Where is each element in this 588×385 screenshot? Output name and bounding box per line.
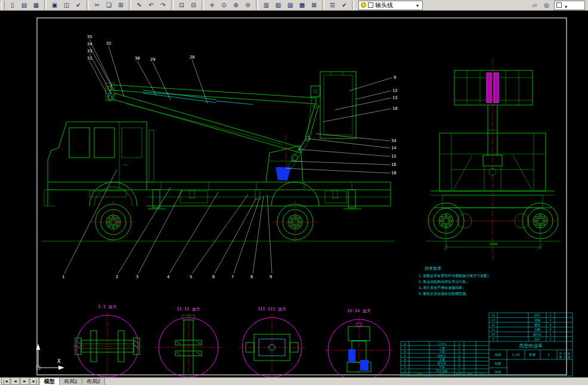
title-block: 高空作业车 比例 1:10 数量 1 共 1 张 第 1 张 制图 审核 <box>401 313 572 376</box>
detail-views[interactable]: I-I 放大 II-II 放大 III-III 放大 IV-IV 放大 <box>72 304 394 377</box>
cut-icon[interactable]: ✂ <box>91 0 103 10</box>
callout-label: 33 <box>87 49 92 54</box>
qty-value: 1 <box>547 353 549 356</box>
callout-label: 3 <box>136 275 138 279</box>
tab-next-button[interactable]: ► <box>20 377 29 385</box>
tab-model[interactable]: 模型 <box>39 377 60 385</box>
title-block-text: 备注 <box>479 372 485 376</box>
match-properties-icon[interactable]: ✎ <box>134 0 145 10</box>
callout-label: 7 <box>231 275 234 279</box>
toolbar-grip[interactable] <box>1 1 5 10</box>
callout-label: 13 <box>392 96 397 100</box>
paste-icon[interactable]: ⊞ <box>115 0 126 10</box>
toolbar-right-groups: ▱◎ <box>529 0 552 10</box>
callout-label: 34 <box>391 138 396 143</box>
title-block-text: 材料 <box>466 372 473 377</box>
design-center-icon[interactable]: ▧ <box>273 0 284 10</box>
open-icon[interactable]: ▤ <box>18 0 30 10</box>
title-block-text: 连杆 <box>534 337 540 341</box>
color-dropdown[interactable] <box>554 1 585 10</box>
toolbar-separator <box>256 1 258 10</box>
make-layer-current-icon[interactable]: ✔ <box>339 0 350 10</box>
detail-view-4[interactable] <box>324 316 394 377</box>
title-block-text: 1 <box>458 365 460 368</box>
tab-layout2[interactable]: 布局2 <box>82 377 105 385</box>
detail-view-2[interactable] <box>155 314 222 377</box>
detail-view-3[interactable] <box>239 314 305 377</box>
callout-label: 34 <box>87 42 92 47</box>
title-block-text: 护栏 <box>534 313 540 317</box>
callout-label: 6 <box>212 275 215 279</box>
layer-color-chip <box>368 2 373 8</box>
tab-layout1[interactable]: 布局1 <box>59 377 82 385</box>
toolbar-separator <box>322 1 324 10</box>
callout-label: 4 <box>167 275 169 279</box>
title-block-text: 1 <box>458 350 460 353</box>
title-block-text: 14 <box>491 313 495 317</box>
tool-palettes-icon[interactable]: ▨ <box>284 0 296 10</box>
title-block-text: 数量 <box>456 372 462 376</box>
title-block-text: 液压缸 <box>533 332 542 337</box>
tab-first-button[interactable]: |◄ <box>1 377 10 385</box>
copy-icon[interactable]: ❏ <box>103 0 114 10</box>
sheet-set-icon[interactable]: ▩ <box>296 0 308 10</box>
title-block-text: 1 <box>458 369 460 372</box>
osnap-settings-icon[interactable]: ⊟ <box>188 0 199 10</box>
title-block-text: 10 <box>491 332 495 336</box>
zoom-previous-icon[interactable]: ⊖ <box>242 0 253 10</box>
title-block-text: 2 <box>549 332 551 336</box>
title-block-text: 9 <box>492 337 494 341</box>
redo-icon[interactable]: ↷ <box>157 0 169 10</box>
callout-label: 18 <box>392 106 397 111</box>
quick-calc-icon[interactable]: ⊠ <box>308 0 320 10</box>
named-views-icon[interactable]: ▱ <box>529 0 540 10</box>
new-icon[interactable]: ▯ <box>7 0 18 10</box>
title-block-text: 12 <box>491 323 495 327</box>
truck-side-view[interactable] <box>42 72 395 244</box>
callout-label: 8 <box>250 275 253 279</box>
tab-last-button[interactable]: ►| <box>30 377 39 385</box>
undo-icon[interactable]: ↶ <box>146 0 157 10</box>
chevron-down-icon[interactable] <box>563 0 569 11</box>
scale-label: 比例 <box>495 353 502 357</box>
toolbar-separator <box>352 1 354 10</box>
callout-label: 10 <box>391 171 396 175</box>
chevron-down-icon[interactable] <box>414 2 420 8</box>
layer-name: 轴头线 <box>375 1 413 10</box>
pan-icon[interactable]: ✛ <box>206 0 218 10</box>
insert-block-icon[interactable]: ⊡ <box>176 0 187 10</box>
tab-prev-button[interactable]: ◄ <box>11 377 20 385</box>
title-block-text: 1 <box>458 342 460 346</box>
plot-preview-icon[interactable]: ◫ <box>61 0 72 10</box>
callout-label: 30 <box>135 56 140 61</box>
detail-label: III-III 放大 <box>258 307 286 312</box>
title-block-text: 4 <box>458 358 460 361</box>
note-line: 2.各运动机构动作应灵活可靠; <box>419 279 468 284</box>
layer-dropdown[interactable]: 轴头线 <box>358 1 423 10</box>
zoom-window-icon[interactable]: ⊕ <box>230 0 242 10</box>
app-window: ▯▤▦▣◫✔✂❏⊞✎↶↷⊡⊟✛⊙⊕⊖▥▧▨▩⊠☰✔ 轴头线 ▱◎ <box>0 0 588 385</box>
model-space-canvas[interactable]: 1800 <box>0 11 588 377</box>
checked-label: 审核 <box>495 370 502 374</box>
qty-label: 数量 <box>530 353 537 356</box>
callout-label: 32 <box>106 41 111 46</box>
toolbar-separator <box>44 1 47 10</box>
properties-icon[interactable]: ▥ <box>261 0 272 10</box>
truck-rear-view[interactable]: 1800 <box>426 58 559 260</box>
save-icon[interactable]: ▦ <box>30 0 42 10</box>
note-line: 1.装配前所有零部件均需检验合格方可装配; <box>419 273 490 278</box>
dimension-text: 1800 <box>489 242 498 246</box>
zoom-realtime-icon[interactable]: ⊙ <box>218 0 230 10</box>
layer-properties-icon[interactable]: ☰ <box>327 0 338 10</box>
spell-icon[interactable]: ✔ <box>73 0 84 10</box>
3d-orbit-icon[interactable]: ◎ <box>541 0 552 10</box>
title-block-text: 1 <box>458 346 460 350</box>
detail-view-1[interactable] <box>72 313 143 377</box>
toolbar-separator <box>202 1 204 10</box>
title-block-text: 1 <box>404 369 406 372</box>
layout-tabbar: |◄ ◄ ► ►| 模型 布局1 布局2 <box>0 377 588 385</box>
detail-label: IV-IV 放大 <box>347 309 370 313</box>
cad-drawing[interactable]: 1800 <box>0 11 588 377</box>
plot-icon[interactable]: ▣ <box>49 0 60 10</box>
callout-label: 9 <box>270 275 272 279</box>
